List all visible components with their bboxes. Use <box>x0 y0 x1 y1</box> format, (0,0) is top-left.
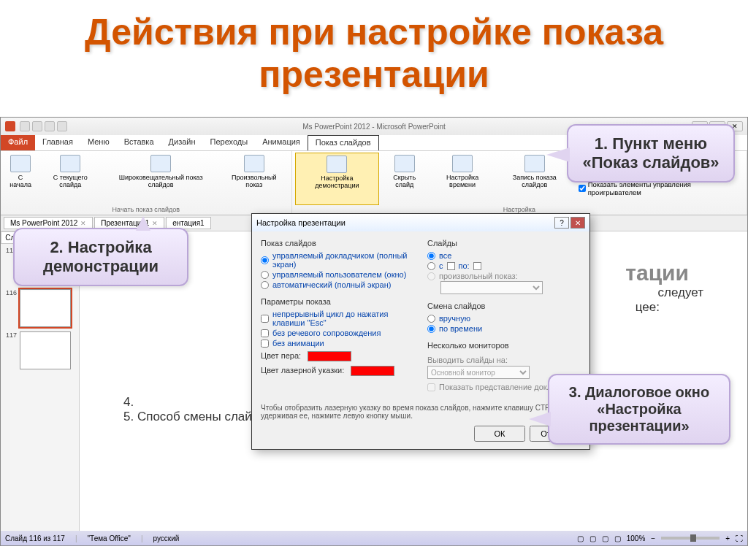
play-current-icon <box>60 155 80 172</box>
slide-thumbnail[interactable]: 116 <box>4 289 76 327</box>
output-label: Выводить слайды на: <box>427 353 581 366</box>
laser-color-picker[interactable] <box>351 366 394 376</box>
section-slides: Слайды <box>427 239 581 248</box>
view-slideshow-icon[interactable]: ▢ <box>614 534 621 542</box>
record-icon <box>524 155 545 172</box>
section-advance: Смена слайдов <box>427 302 581 310</box>
broadcast-icon <box>150 155 171 172</box>
rehearse-button[interactable]: Настройка времени <box>430 153 495 205</box>
zoom-slider[interactable] <box>661 537 720 540</box>
tab-menu[interactable]: Меню <box>80 135 117 150</box>
view-normal-icon[interactable]: ▢ <box>577 534 584 542</box>
tab-design[interactable]: Дизайн <box>161 135 203 150</box>
section-options: Параметры показа <box>261 297 414 306</box>
close-icon[interactable]: ✕ <box>152 220 158 227</box>
qat-save-icon[interactable] <box>20 121 30 131</box>
radio-custom-show[interactable]: произвольный показ: <box>427 271 581 281</box>
from-input[interactable] <box>447 262 455 270</box>
check-loop[interactable]: непрерывный цикл до нажатия клавиши "Esc… <box>261 309 414 328</box>
dialog-title-bar[interactable]: Настройка презентации ? ✕ <box>252 214 589 231</box>
tab-file[interactable]: Файл <box>1 135 35 150</box>
help-button[interactable]: ? <box>554 217 569 229</box>
slide-thumbnail[interactable]: 117 <box>4 331 76 369</box>
zoom-in-button[interactable]: + <box>725 534 730 542</box>
section-monitors: Несколько мониторов <box>427 341 581 350</box>
group-label-start: Начать показ слайдов <box>4 205 289 213</box>
tab-home[interactable]: Главная <box>35 135 80 150</box>
zoom-value[interactable]: 100% <box>627 534 646 542</box>
play-icon <box>10 155 31 172</box>
qat-undo-icon[interactable] <box>32 121 42 131</box>
callout-1: 1. Пункт меню «Показ слайдов» <box>567 124 735 183</box>
callout-3: 3. Диалоговое окно «Настройка презентаци… <box>548 374 730 445</box>
ribbon-group-start: С начала С текущего слайда Широковещател… <box>1 151 292 215</box>
window-title: Ms PowerPoint 2012 - Microsoft PowerPoin… <box>302 123 446 131</box>
callout-2: 2. Настройка демонстрации <box>13 228 188 286</box>
status-slide-count: Слайд 116 из 117 <box>5 534 65 542</box>
radio-timing[interactable]: по времени <box>427 323 581 334</box>
setup-icon <box>327 156 347 173</box>
tab-insert[interactable]: Вставка <box>117 135 161 150</box>
pen-color-picker[interactable] <box>308 351 351 361</box>
dialog-close-button[interactable]: ✕ <box>570 217 585 229</box>
check-no-animation[interactable]: без анимации <box>261 338 414 348</box>
radio-speaker[interactable]: управляемый докладчиком (полный экран) <box>261 250 414 269</box>
hide-slide-button[interactable]: Скрыть слайд <box>381 153 428 205</box>
custom-show-select[interactable] <box>440 281 543 294</box>
fit-to-window-button[interactable]: ⛶ <box>736 534 743 542</box>
to-input[interactable] <box>473 262 481 270</box>
from-start-button[interactable]: С начала <box>4 153 37 205</box>
radio-all-slides[interactable]: все <box>427 250 581 261</box>
hide-icon <box>394 155 415 172</box>
radio-slide-range[interactable]: с по: <box>427 261 581 271</box>
status-bar: Слайд 116 из 117 | "Тема Office" | русск… <box>1 531 747 545</box>
laser-color-label: Цвет лазерной указки: <box>261 366 344 375</box>
view-sorter-icon[interactable]: ▢ <box>589 534 596 542</box>
custom-show-button[interactable]: Произвольный показ <box>220 153 289 205</box>
monitor-select[interactable]: Основной монитор <box>427 366 530 379</box>
app-icon <box>5 121 15 131</box>
custom-show-icon <box>244 155 264 172</box>
zoom-out-button[interactable]: − <box>651 534 655 542</box>
tab-transitions[interactable]: Переходы <box>203 135 256 150</box>
tab-slideshow[interactable]: Показ слайдов <box>308 135 379 150</box>
group-label-setup: Настройка <box>295 205 744 213</box>
ok-button[interactable]: ОК <box>474 426 525 442</box>
check-no-narration[interactable]: без речевого сопровождения <box>261 328 414 338</box>
status-theme: "Тема Office" <box>88 534 131 542</box>
section-show-type: Показ слайдов <box>261 239 414 248</box>
view-reading-icon[interactable]: ▢ <box>602 534 608 542</box>
page-title: Действия при настройке показа презентаци… <box>0 0 748 114</box>
dialog-title: Настройка презентации <box>256 218 346 227</box>
radio-auto[interactable]: автоматический (полный экран) <box>261 280 414 290</box>
pen-color-label: Цвет пера: <box>261 351 301 360</box>
broadcast-button[interactable]: Широковещательный показ слайдов <box>103 153 218 205</box>
qat-more-icon[interactable] <box>57 121 67 131</box>
radio-user[interactable]: управляемый пользователем (окно) <box>261 269 414 280</box>
clock-icon <box>452 155 473 172</box>
tab-animations[interactable]: Анимация <box>255 135 308 150</box>
close-icon[interactable]: ✕ <box>80 220 86 227</box>
setup-slideshow-button[interactable]: Настройка демонстрации <box>295 153 379 205</box>
from-current-button[interactable]: С текущего слайда <box>39 153 102 205</box>
radio-manual[interactable]: вручную <box>427 313 581 323</box>
status-language[interactable]: русский <box>153 534 180 542</box>
quick-access-toolbar <box>20 121 67 131</box>
qat-redo-icon[interactable] <box>45 121 55 131</box>
